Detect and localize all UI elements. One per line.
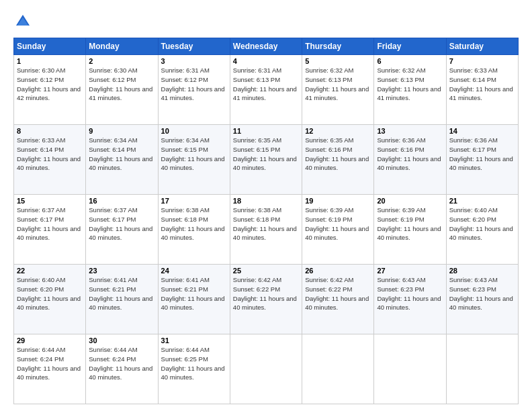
day-cell-13: 13 Sunrise: 6:36 AMSunset: 6:16 PMDaylig… [374, 125, 446, 195]
day-cell-11: 11 Sunrise: 6:35 AMSunset: 6:15 PMDaylig… [230, 125, 302, 195]
day-info: Sunrise: 6:42 AMSunset: 6:22 PMDaylight:… [233, 276, 297, 311]
day-number: 15 [17, 197, 83, 205]
calendar-table: SundayMondayTuesdayWednesdayThursdayFrid… [13, 38, 519, 404]
day-info: Sunrise: 6:38 AMSunset: 6:18 PMDaylight:… [233, 206, 297, 241]
day-number: 3 [161, 57, 227, 65]
day-number: 21 [449, 197, 515, 205]
day-info: Sunrise: 6:40 AMSunset: 6:20 PMDaylight:… [17, 276, 81, 311]
day-cell-17: 17 Sunrise: 6:38 AMSunset: 6:18 PMDaylig… [158, 195, 230, 265]
week-row-4: 22 Sunrise: 6:40 AMSunset: 6:20 PMDaylig… [14, 265, 519, 334]
day-cell-29: 29 Sunrise: 6:44 AMSunset: 6:24 PMDaylig… [14, 334, 86, 404]
day-info: Sunrise: 6:41 AMSunset: 6:21 PMDaylight:… [161, 276, 225, 311]
day-info: Sunrise: 6:37 AMSunset: 6:17 PMDaylight:… [17, 206, 81, 241]
day-info: Sunrise: 6:33 AMSunset: 6:14 PMDaylight:… [17, 136, 81, 171]
week-row-5: 29 Sunrise: 6:44 AMSunset: 6:24 PMDaylig… [14, 334, 519, 404]
week-row-2: 8 Sunrise: 6:33 AMSunset: 6:14 PMDayligh… [14, 125, 519, 195]
day-info: Sunrise: 6:32 AMSunset: 6:13 PMDaylight:… [377, 66, 441, 101]
day-number: 12 [305, 127, 371, 135]
day-number: 25 [233, 267, 299, 275]
day-cell-1: 1 Sunrise: 6:30 AMSunset: 6:12 PMDayligh… [14, 55, 86, 125]
day-number: 9 [89, 127, 154, 135]
day-info: Sunrise: 6:44 AMSunset: 6:24 PMDaylight:… [17, 346, 81, 381]
day-number: 31 [161, 336, 227, 345]
day-number: 8 [17, 127, 83, 135]
day-number: 14 [449, 127, 515, 135]
col-header-monday: Monday [86, 38, 158, 55]
day-info: Sunrise: 6:30 AMSunset: 6:12 PMDaylight:… [89, 66, 152, 101]
day-number: 1 [17, 57, 83, 65]
day-number: 22 [17, 267, 83, 275]
day-cell-5: 5 Sunrise: 6:32 AMSunset: 6:13 PMDayligh… [302, 55, 374, 125]
day-cell-2: 2 Sunrise: 6:30 AMSunset: 6:12 PMDayligh… [86, 55, 158, 125]
day-number: 19 [305, 197, 371, 205]
day-number: 13 [377, 127, 443, 135]
header [13, 12, 519, 31]
day-info: Sunrise: 6:39 AMSunset: 6:19 PMDaylight:… [305, 206, 369, 241]
day-cell-23: 23 Sunrise: 6:41 AMSunset: 6:21 PMDaylig… [86, 265, 158, 334]
day-number: 26 [305, 267, 371, 275]
day-info: Sunrise: 6:33 AMSunset: 6:14 PMDaylight:… [449, 66, 513, 101]
day-cell-27: 27 Sunrise: 6:43 AMSunset: 6:23 PMDaylig… [374, 265, 446, 334]
day-cell-6: 6 Sunrise: 6:32 AMSunset: 6:13 PMDayligh… [374, 55, 446, 125]
day-number: 16 [89, 197, 154, 205]
day-cell-24: 24 Sunrise: 6:41 AMSunset: 6:21 PMDaylig… [158, 265, 230, 334]
day-info: Sunrise: 6:42 AMSunset: 6:22 PMDaylight:… [305, 276, 369, 311]
day-number: 30 [89, 336, 154, 345]
day-info: Sunrise: 6:34 AMSunset: 6:14 PMDaylight:… [89, 136, 152, 171]
day-info: Sunrise: 6:30 AMSunset: 6:12 PMDaylight:… [17, 66, 81, 101]
col-header-tuesday: Tuesday [158, 38, 230, 55]
day-cell-7: 7 Sunrise: 6:33 AMSunset: 6:14 PMDayligh… [446, 55, 518, 125]
day-cell-3: 3 Sunrise: 6:31 AMSunset: 6:12 PMDayligh… [158, 55, 230, 125]
day-number: 6 [377, 57, 443, 65]
day-number: 4 [233, 57, 299, 65]
day-cell-28: 28 Sunrise: 6:43 AMSunset: 6:23 PMDaylig… [446, 265, 518, 334]
day-cell-25: 25 Sunrise: 6:42 AMSunset: 6:22 PMDaylig… [230, 265, 302, 334]
col-header-wednesday: Wednesday [230, 38, 302, 55]
col-header-friday: Friday [374, 38, 446, 55]
week-row-3: 15 Sunrise: 6:37 AMSunset: 6:17 PMDaylig… [14, 195, 519, 265]
day-cell-21: 21 Sunrise: 6:40 AMSunset: 6:20 PMDaylig… [446, 195, 518, 265]
day-number: 2 [89, 57, 154, 65]
day-number: 28 [449, 267, 515, 275]
day-cell-8: 8 Sunrise: 6:33 AMSunset: 6:14 PMDayligh… [14, 125, 86, 195]
col-header-saturday: Saturday [446, 38, 518, 55]
day-number: 18 [233, 197, 299, 205]
logo-icon [13, 12, 32, 31]
day-cell-31: 31 Sunrise: 6:44 AMSunset: 6:25 PMDaylig… [158, 334, 230, 404]
empty-cell [446, 334, 518, 404]
day-info: Sunrise: 6:41 AMSunset: 6:21 PMDaylight:… [89, 276, 152, 311]
day-cell-20: 20 Sunrise: 6:39 AMSunset: 6:19 PMDaylig… [374, 195, 446, 265]
day-cell-19: 19 Sunrise: 6:39 AMSunset: 6:19 PMDaylig… [302, 195, 374, 265]
day-info: Sunrise: 6:36 AMSunset: 6:16 PMDaylight:… [377, 136, 441, 171]
day-info: Sunrise: 6:38 AMSunset: 6:18 PMDaylight:… [161, 206, 225, 241]
day-number: 20 [377, 197, 443, 205]
day-number: 29 [17, 336, 83, 345]
day-cell-9: 9 Sunrise: 6:34 AMSunset: 6:14 PMDayligh… [86, 125, 158, 195]
day-cell-12: 12 Sunrise: 6:35 AMSunset: 6:16 PMDaylig… [302, 125, 374, 195]
day-cell-14: 14 Sunrise: 6:36 AMSunset: 6:17 PMDaylig… [446, 125, 518, 195]
day-info: Sunrise: 6:35 AMSunset: 6:16 PMDaylight:… [305, 136, 369, 171]
day-info: Sunrise: 6:37 AMSunset: 6:17 PMDaylight:… [89, 206, 152, 241]
day-info: Sunrise: 6:35 AMSunset: 6:15 PMDaylight:… [233, 136, 297, 171]
day-number: 24 [161, 267, 227, 275]
day-cell-4: 4 Sunrise: 6:31 AMSunset: 6:13 PMDayligh… [230, 55, 302, 125]
day-info: Sunrise: 6:31 AMSunset: 6:13 PMDaylight:… [233, 66, 297, 101]
day-number: 11 [233, 127, 299, 135]
day-info: Sunrise: 6:31 AMSunset: 6:12 PMDaylight:… [161, 66, 225, 101]
day-info: Sunrise: 6:39 AMSunset: 6:19 PMDaylight:… [377, 206, 441, 241]
day-info: Sunrise: 6:44 AMSunset: 6:25 PMDaylight:… [161, 346, 225, 381]
day-number: 27 [377, 267, 443, 275]
day-cell-16: 16 Sunrise: 6:37 AMSunset: 6:17 PMDaylig… [86, 195, 158, 265]
day-cell-30: 30 Sunrise: 6:44 AMSunset: 6:24 PMDaylig… [86, 334, 158, 404]
day-info: Sunrise: 6:36 AMSunset: 6:17 PMDaylight:… [449, 136, 513, 171]
empty-cell [374, 334, 446, 404]
day-number: 5 [305, 57, 371, 65]
day-cell-15: 15 Sunrise: 6:37 AMSunset: 6:17 PMDaylig… [14, 195, 86, 265]
day-info: Sunrise: 6:34 AMSunset: 6:15 PMDaylight:… [161, 136, 225, 171]
col-header-sunday: Sunday [14, 38, 86, 55]
col-header-thursday: Thursday [302, 38, 374, 55]
day-cell-10: 10 Sunrise: 6:34 AMSunset: 6:15 PMDaylig… [158, 125, 230, 195]
day-info: Sunrise: 6:44 AMSunset: 6:24 PMDaylight:… [89, 346, 152, 381]
empty-cell [302, 334, 374, 404]
day-info: Sunrise: 6:40 AMSunset: 6:20 PMDaylight:… [449, 206, 513, 241]
